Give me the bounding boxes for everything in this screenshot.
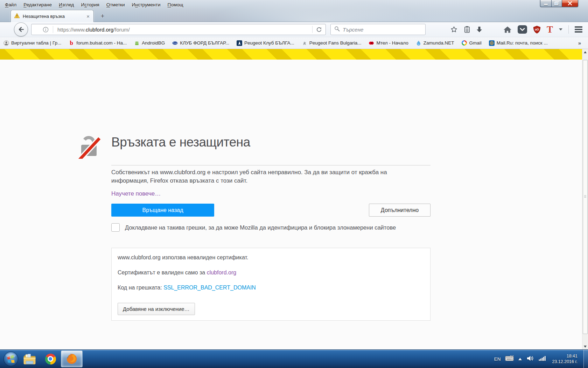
error-code-text: Код на грешката: SSL_ERROR_BAD_CERT_DOMA… [118, 284, 424, 292]
restore-button[interactable] [551, 0, 562, 7]
back-button[interactable] [14, 22, 28, 36]
desktop-screen: ФайлРедактиранеИзгледИсторияОтметкиИнстр… [0, 0, 588, 368]
clock-date: 23.12.2016 г. [552, 359, 578, 364]
menu-item[interactable]: Инструменти [128, 1, 164, 9]
menu-bar: ФайлРедактиранеИзгледИсторияОтметкиИнстр… [1, 0, 187, 9]
add-exception-button[interactable]: Добавяне на изключение… [118, 303, 195, 315]
valid-only-text: Сертификатът е валиден само за clubford.… [118, 269, 424, 277]
menu-item[interactable]: Отметки [103, 1, 128, 9]
menu-button[interactable] [575, 26, 582, 33]
scroll-up-arrow[interactable] [582, 49, 588, 55]
pocket-icon [518, 25, 527, 34]
bookmark-star-button[interactable] [450, 26, 458, 33]
keyboard-icon[interactable] [505, 355, 514, 362]
url-bar[interactable]: https://www.clubford.org/forum/ [31, 24, 326, 35]
taskbar-chrome-button[interactable] [40, 351, 61, 367]
menu-item[interactable]: Редактиране [20, 1, 55, 9]
navigation-toolbar: https://www.clubford.org/forum/ Търсене [0, 22, 588, 37]
search-placeholder: Търсене [343, 27, 363, 33]
bookmark-item[interactable]: FordКЛУБ ФОРД БЪЛГАР... [172, 40, 229, 46]
close-window-button[interactable] [562, 0, 578, 7]
system-tray: EN 18:41 23.12.2016 г. [494, 353, 588, 364]
speaker-icon[interactable] [526, 355, 534, 363]
bookmarks-toolbar: Виртуални табла | Гр...bforum.bulsat.com… [0, 37, 588, 49]
tab-insecure-connection[interactable]: Незащитена връзка × [10, 10, 94, 22]
reload-button[interactable] [316, 27, 326, 33]
page-scrollbar[interactable] [582, 49, 588, 350]
invalid-cert-text: www.clubford.org използва невалиден серт… [118, 254, 424, 261]
svg-text:Ford: Ford [173, 42, 177, 44]
ssl-error-page: Връзката е незащитена Собственикът на ww… [111, 134, 430, 321]
clock-time: 18:41 [567, 354, 578, 359]
toolbar-overflow-button[interactable] [559, 27, 562, 32]
taskbar-clock[interactable]: 18:41 23.12.2016 г. [552, 353, 578, 364]
show-hidden-icons-arrow[interactable] [518, 356, 522, 360]
bookmark-item[interactable]: Peugeot Клуб БЪЛГА... [237, 40, 294, 46]
red-t-extension-icon: T [547, 25, 553, 34]
scrollbar-thumb[interactable] [583, 60, 588, 334]
bookmark-item[interactable]: Виртуални табла | Гр... [4, 40, 61, 46]
window-controls [540, 0, 578, 7]
svg-text:uO: uO [535, 28, 539, 31]
pocket-button[interactable] [518, 25, 527, 34]
bookmark-item[interactable]: Mail.Ru: почта, поиск ... [489, 40, 548, 46]
divider [53, 26, 53, 33]
hamburger-menu-icon [575, 26, 582, 33]
taskbar-firefox-button[interactable] [61, 350, 83, 367]
downloads-button[interactable] [476, 26, 482, 33]
reload-icon [316, 27, 322, 33]
ublock-shield-icon: uO [533, 25, 541, 34]
new-tab-button[interactable]: + [98, 13, 107, 20]
bookmark-item[interactable]: Zamunda.NET [416, 40, 454, 46]
network-signal-icon[interactable] [539, 356, 546, 362]
taskbar-apps [0, 350, 83, 367]
warning-stripe [0, 49, 582, 60]
search-box[interactable]: Търсене [330, 24, 426, 35]
report-checkbox-label[interactable]: Докладване на такива грешки, за да може … [125, 223, 396, 232]
taskbar-start-button[interactable] [3, 351, 19, 367]
browser-content: Връзката е незащитена Собственикът на ww… [0, 49, 582, 350]
language-indicator[interactable]: EN [494, 356, 501, 362]
menu-item[interactable]: История [77, 1, 103, 9]
bookmark-favicon [489, 40, 495, 46]
error-code-link[interactable]: SSL_ERROR_BAD_CERT_DOMAIN [163, 285, 256, 291]
taskbar-explorer-button[interactable] [19, 351, 40, 367]
bookmarks-overflow-chevron[interactable]: » [578, 40, 588, 46]
menu-item[interactable]: Помощ [164, 1, 187, 9]
cert-domain-link[interactable]: clubford.org [207, 270, 237, 275]
divider [111, 165, 430, 165]
bookmark-item[interactable]: bforum.bulsat.com - На... [69, 40, 127, 46]
learn-more-link[interactable]: Научете повече… [111, 190, 161, 197]
menu-item[interactable]: Файл [1, 1, 20, 9]
bookmark-favicon [302, 40, 307, 46]
ublock-button[interactable]: uO [533, 25, 541, 34]
toolbar-buttons: uO T [450, 25, 588, 34]
page-info-icon[interactable] [43, 27, 49, 33]
page-title: Връзката е незащитена [111, 135, 430, 150]
report-checkbox[interactable] [111, 223, 120, 232]
bookmark-item[interactable]: Gmail [462, 40, 482, 46]
go-back-button[interactable]: Връщане назад [111, 204, 214, 217]
tab-title: Незащитена връзка [23, 14, 83, 19]
advanced-button[interactable]: Допълнително [369, 204, 430, 217]
scrollbar-grip [584, 195, 586, 198]
bookmark-item[interactable]: Peugeot Fans Bulgaria... [302, 40, 362, 46]
library-button[interactable] [464, 26, 470, 33]
bookmark-favicon [134, 40, 140, 46]
bookmark-favicon [4, 40, 9, 46]
home-button[interactable] [503, 26, 512, 33]
scroll-down-arrow[interactable] [582, 344, 588, 350]
home-icon [503, 26, 512, 33]
download-icon [476, 26, 482, 33]
library-icon [464, 26, 470, 33]
caret-down-icon [559, 28, 562, 32]
minimize-button[interactable] [540, 0, 551, 7]
tab-close-icon[interactable]: × [86, 14, 90, 19]
bookmark-item[interactable]: Мтел - Начало [369, 40, 408, 46]
menu-item[interactable]: Изглед [55, 1, 78, 9]
broken-lock-icon [76, 134, 102, 160]
bookmark-item[interactable]: AndroidBG [134, 40, 165, 46]
red-t-extension-button[interactable]: T [547, 25, 553, 34]
show-desktop-button[interactable] [583, 350, 588, 368]
bookmark-favicon [237, 40, 242, 46]
